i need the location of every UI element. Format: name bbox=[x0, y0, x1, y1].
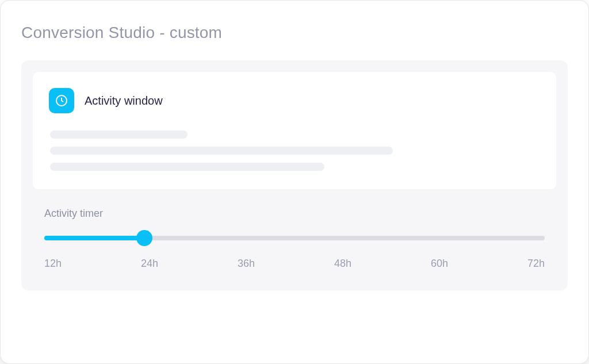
clock-icon bbox=[49, 88, 74, 113]
skeleton-placeholder bbox=[49, 131, 540, 171]
tick-label: 24h bbox=[141, 258, 158, 270]
skeleton-line bbox=[50, 147, 393, 155]
tick-label: 12h bbox=[44, 258, 62, 270]
activity-timer-slider[interactable] bbox=[44, 236, 545, 240]
page-title: Conversion Studio - custom bbox=[21, 24, 568, 42]
card-title: Activity window bbox=[85, 94, 163, 108]
slider-thumb[interactable] bbox=[136, 230, 152, 246]
card-header: Activity window bbox=[49, 88, 540, 113]
tick-label: 36h bbox=[238, 258, 255, 270]
app-container: Conversion Studio - custom Activity wind… bbox=[0, 0, 589, 364]
timer-label: Activity timer bbox=[44, 208, 545, 220]
activity-window-card: Activity window bbox=[33, 72, 556, 189]
skeleton-line bbox=[50, 163, 324, 171]
tick-label: 60h bbox=[431, 258, 448, 270]
slider-fill bbox=[44, 236, 144, 240]
skeleton-line bbox=[50, 131, 188, 139]
tick-label: 48h bbox=[334, 258, 351, 270]
activity-timer-section: Activity timer 12h 24h 36h 48h 60h 72h bbox=[33, 208, 556, 270]
slider-track bbox=[44, 236, 545, 240]
slider-tick-labels: 12h 24h 36h 48h 60h 72h bbox=[44, 254, 545, 270]
tick-label: 72h bbox=[527, 258, 545, 270]
main-panel: Activity window Activity timer 12h 24h bbox=[21, 60, 568, 290]
